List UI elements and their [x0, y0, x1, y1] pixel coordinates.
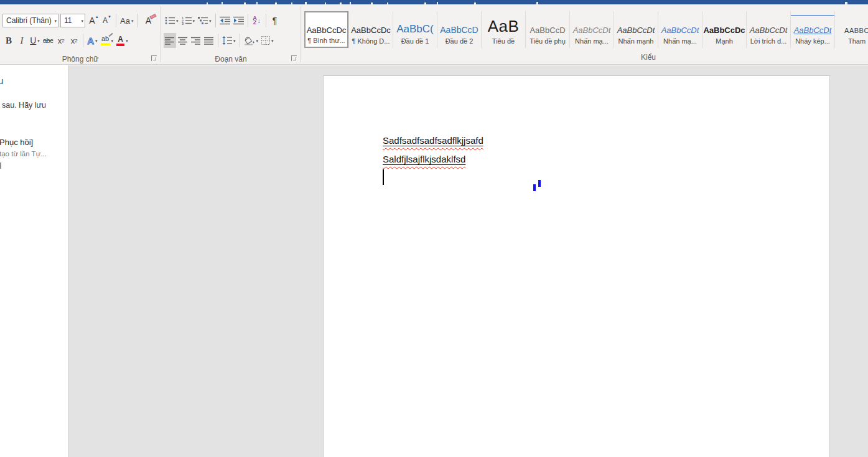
style-item-intense-quote[interactable]: AaBbCcDt Nháy kép... [790, 11, 834, 48]
recovered-file-subtitle-fragment: tạo từ lần Tự... [0, 150, 47, 158]
style-item-subtle-emphasis[interactable]: AaBbCcDt Nhấn mạ... [569, 11, 614, 48]
style-item-emphasis[interactable]: AaBbCcDt Nhấn mạnh [614, 11, 658, 48]
separator [83, 34, 83, 47]
style-item-quote[interactable]: AaBbCcDt Lời trích d... [746, 11, 790, 48]
text-effects-button[interactable]: A▾ [86, 33, 98, 48]
bullets-button[interactable]: ▾ [164, 13, 180, 28]
font-name-value: Calibri (Thân) [6, 16, 52, 25]
chevron-down-icon[interactable]: ▾ [233, 39, 236, 43]
multilevel-list-button[interactable]: ▾ [197, 13, 213, 28]
style-item-title[interactable]: AaB Tiêu đề [481, 11, 525, 48]
chevron-down-icon[interactable]: ▾ [209, 19, 212, 23]
text-cursor [383, 169, 384, 185]
align-center-icon [178, 37, 188, 45]
font-name-combo[interactable]: Calibri (Thân) ▾ [2, 14, 58, 27]
chevron-down-icon[interactable]: ▾ [111, 39, 114, 43]
style-item-strong[interactable]: AaBbCcDc Mạnh [702, 11, 746, 48]
align-left-button[interactable] [164, 33, 176, 48]
chevron-down-icon[interactable]: ▾ [79, 19, 83, 23]
chevron-down-icon[interactable]: ▾ [95, 39, 98, 43]
font-size-combo[interactable]: 11 ▾ [60, 14, 85, 27]
shrink-font-caret-icon: ▼ [108, 15, 111, 19]
title-bar [0, 0, 868, 4]
bold-button[interactable]: B [2, 33, 15, 48]
eraser-icon [150, 14, 157, 19]
style-item-no-spacing[interactable]: AaBbCcDc ¶ Không D... [348, 11, 393, 48]
superscript-button[interactable]: x2 [68, 33, 80, 48]
style-item-subtitle[interactable]: AaBbCcD Tiêu đề phụ [525, 11, 569, 48]
increase-indent-button[interactable] [232, 13, 245, 28]
multilevel-list-icon [198, 16, 208, 25]
style-item-subtle-reference[interactable]: AABBC Tham [834, 11, 868, 48]
highlighter-pen-icon [108, 33, 113, 37]
style-item-intense-emphasis[interactable]: AaBbCcDt Nhấn mạ... [658, 11, 702, 48]
document-page[interactable]: Sadfsadfsadfsadflkjjsafd Saldfjlsajflkjs… [323, 75, 830, 457]
align-left-icon [165, 37, 175, 45]
font-group-label: Phông chữ [62, 55, 99, 64]
ribbon-group-paragraph: ▾ 123 ▾ ▾ AZ [161, 4, 301, 64]
highlight-color-bar [101, 43, 110, 45]
decrease-indent-button[interactable] [218, 13, 231, 28]
numbering-button[interactable]: 123 ▾ [180, 13, 197, 28]
shrink-font-button[interactable]: A▼ [101, 13, 113, 28]
grow-font-button[interactable]: A▲ [88, 13, 100, 28]
decrease-indent-icon [220, 16, 230, 25]
chevron-down-icon[interactable]: ▾ [256, 39, 259, 43]
chevron-down-icon[interactable]: ▾ [271, 39, 274, 43]
paragraph-group-label: Đoạn văn [215, 55, 246, 64]
style-item-normal[interactable]: AaBbCcDc ¶ Bình thư... [304, 11, 348, 48]
line-spacing-icon [222, 36, 232, 45]
borders-icon [261, 36, 270, 45]
style-item-heading1[interactable]: AaBbC( Đầu đề 1 [393, 11, 437, 48]
subscript-button[interactable]: x2 [55, 33, 67, 48]
ribbon-group-font: Calibri (Thân) ▾ 11 ▾ A▲ A▼ Aa▾ [0, 4, 161, 64]
chevron-down-icon[interactable]: ▾ [52, 19, 57, 23]
document-paragraph[interactable]: Saldfjlsajflkjsdaklfsd [383, 154, 465, 164]
recovered-file-title-fragment[interactable]: Phục hồi] [0, 138, 33, 147]
separator [215, 14, 216, 27]
justify-button[interactable] [203, 33, 215, 48]
borders-button[interactable]: ▾ [260, 33, 275, 48]
document-recovery-pane: u sau. Hãy lưu Phục hồi] tạo từ lần Tự..… [0, 65, 69, 457]
font-color-bar [116, 44, 124, 46]
svg-text:3: 3 [182, 22, 184, 25]
styles-group-label: Kiểu [641, 53, 656, 62]
styles-gallery: AaBbCcDc ¶ Bình thư... AaBbCcDc ¶ Không … [304, 11, 868, 48]
chevron-down-icon[interactable]: ▾ [193, 19, 195, 23]
separator [218, 34, 218, 47]
paint-bucket-icon [244, 36, 255, 45]
numbering-icon: 123 [182, 16, 192, 25]
blue-cursor-mark [533, 184, 536, 191]
word-window: Calibri (Thân) ▾ 11 ▾ A▲ A▼ Aa▾ [0, 0, 868, 457]
separator [137, 14, 138, 27]
separator [240, 34, 240, 47]
italic-button[interactable]: I [16, 33, 28, 48]
chevron-down-icon[interactable]: ▾ [126, 39, 128, 43]
chevron-down-icon[interactable]: ▾ [176, 19, 179, 23]
font-color-button[interactable]: A ▾ [115, 33, 129, 48]
shading-button[interactable]: ▾ [243, 33, 260, 48]
document-paragraph[interactable]: Sadfsadfsadfsadflkjjsafd [383, 135, 483, 146]
recovery-pane-heading-fragment: u [0, 75, 3, 86]
chevron-down-icon: ▾ [131, 19, 134, 23]
align-right-button[interactable] [190, 33, 202, 48]
separator [266, 14, 266, 27]
text-highlight-color-button[interactable]: ab ▾ [100, 33, 115, 48]
align-right-icon [191, 37, 201, 45]
line-spacing-button[interactable]: ▾ [221, 33, 237, 48]
paragraph-dialog-launcher[interactable] [291, 55, 297, 61]
sort-button[interactable]: AZ ↓ [251, 13, 263, 28]
change-case-button[interactable]: Aa▾ [119, 13, 134, 28]
chevron-down-icon[interactable]: ▾ [37, 39, 40, 43]
strikethrough-button[interactable]: abc [42, 33, 54, 48]
clear-formatting-button[interactable]: A [140, 13, 156, 28]
document-canvas[interactable]: Sadfsadfsadfsadflkjjsafd Saldfjlsajflkjs… [70, 65, 868, 457]
separator [116, 14, 116, 27]
align-center-button[interactable] [177, 33, 189, 48]
sort-arrow-icon: ↓ [258, 17, 261, 24]
font-dialog-launcher[interactable] [151, 55, 157, 61]
bullets-icon [165, 16, 175, 25]
style-item-heading2[interactable]: AaBbCcD Đầu đề 2 [437, 11, 481, 48]
show-hide-marks-button[interactable]: ¶ [269, 13, 281, 28]
underline-button[interactable]: U▾ [29, 33, 41, 48]
